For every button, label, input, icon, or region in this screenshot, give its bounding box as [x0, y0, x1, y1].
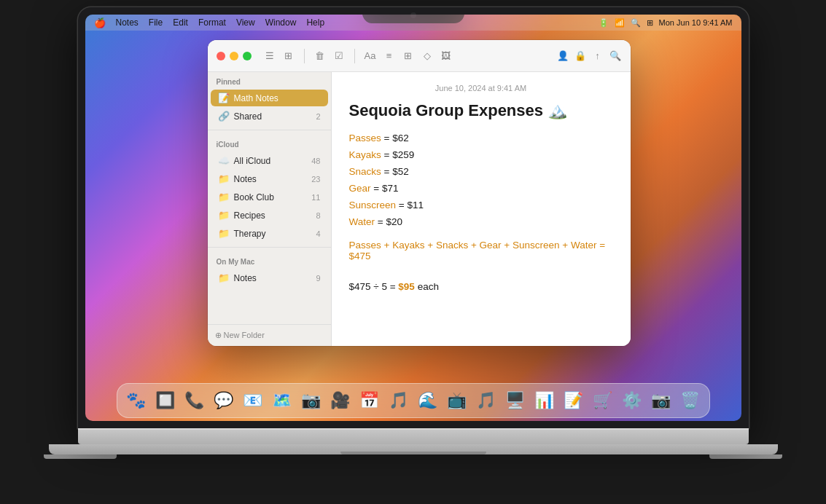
dock-toolbox[interactable]: 🖥️	[502, 387, 529, 414]
dock-phone[interactable]: 📞	[182, 387, 208, 414]
note-title-text: Sequoia Group Expenses 🏔️	[349, 101, 568, 120]
apple-menu[interactable]: 🍎	[94, 17, 106, 28]
sidebar-divider-1	[208, 130, 331, 130]
delete-icon[interactable]: 🗑	[313, 50, 327, 63]
dock-mail[interactable]: 📧	[240, 387, 266, 414]
search-icon[interactable]: 🔍	[609, 50, 622, 63]
menubar-view[interactable]: View	[236, 17, 255, 28]
sidebar-therapy-count: 4	[316, 229, 320, 238]
sidebar-toggle-icon[interactable]: ☰	[263, 50, 276, 63]
eq-plus5: +	[562, 240, 571, 251]
menubar-controlcenter-icon[interactable]: ⊞	[647, 18, 653, 28]
eq-equals: =	[599, 240, 605, 251]
math-notes-icon: 📝	[218, 92, 230, 103]
note-content-area[interactable]: June 10, 2024 at 9:41 AM Sequoia Group E…	[332, 72, 631, 346]
eq-total: $475	[349, 251, 371, 261]
minimize-button[interactable]	[230, 52, 238, 60]
list-icon[interactable]: ≡	[383, 50, 396, 63]
dock-tv[interactable]: 📺	[444, 387, 470, 414]
sidebar-divider-2	[208, 247, 331, 248]
traffic-lights	[217, 52, 252, 60]
all-icloud-icon: ☁️	[218, 155, 230, 166]
eq-kayaks: Kayaks	[392, 240, 424, 251]
fullscreen-button[interactable]	[243, 52, 252, 60]
lock-icon[interactable]: 🔒	[574, 50, 587, 63]
macbook-foot-left	[44, 454, 117, 459]
gear-eq: = $71	[373, 183, 398, 194]
snacks-label: Snacks	[349, 166, 381, 177]
sidebar-item-mac-notes[interactable]: 📁 Notes 9	[211, 269, 328, 286]
sidebar-item-recipes[interactable]: 📁 Recipes 8	[211, 207, 328, 224]
dock-appstore[interactable]: 🛒	[590, 387, 616, 414]
collaborate-icon[interactable]: 👤	[556, 50, 569, 63]
close-button[interactable]	[217, 52, 225, 60]
macbook-feet	[0, 454, 826, 459]
sidebar-notes-label: Notes	[234, 174, 308, 184]
menubar-format[interactable]: Format	[198, 17, 226, 28]
menubar-help[interactable]: Help	[306, 17, 324, 28]
sidebar-all-icloud-count: 48	[311, 157, 320, 165]
sidebar-item-math-notes[interactable]: 📝 Math Notes	[211, 90, 328, 106]
sidebar-shared-count: 2	[316, 112, 320, 121]
table-icon[interactable]: ⊞	[402, 50, 415, 63]
checkbox-icon[interactable]: ☑	[332, 50, 346, 63]
note-body: Passes = $62 Kayaks = $259 Snacks = $52	[349, 130, 613, 231]
text-format-icon[interactable]: Aa	[364, 50, 377, 63]
macbook-shell: 🍎 Notes File Edit Format View Window Hel…	[0, 0, 826, 504]
dock-facetime[interactable]: 🎥	[327, 387, 354, 414]
dock-maps[interactable]: 🗺️	[269, 387, 295, 414]
dock-messages[interactable]: 💬	[211, 387, 237, 414]
grid-view-icon[interactable]: ⊞	[282, 50, 295, 63]
water-label: Water	[349, 216, 375, 227]
toolbar-right: 👤 🔒 ↑ 🔍	[556, 50, 622, 63]
note-equation: Passes + Kayaks + Snacks + Gear + Sunscr…	[349, 240, 613, 261]
menubar-window[interactable]: Window	[265, 17, 297, 28]
eq-plus1: +	[384, 240, 393, 251]
passes-label: Passes	[349, 133, 381, 143]
sidebar-item-book-club[interactable]: 📁 Book Club 11	[211, 189, 328, 205]
dock-music[interactable]: 🎵	[473, 387, 499, 414]
macbook-chin	[78, 428, 749, 444]
sidebar-mac-notes-count: 9	[316, 274, 320, 283]
dock-photos[interactable]: 📷	[298, 387, 324, 414]
dock-freeform[interactable]: 🌊	[415, 387, 441, 414]
dock-camera[interactable]: 📷	[648, 387, 674, 414]
dock-calendar[interactable]: 📅	[356, 387, 383, 414]
result-expression: $475 ÷ 5 =	[349, 281, 399, 292]
result-value: $95	[398, 281, 415, 292]
menubar-search-icon[interactable]: 🔍	[631, 18, 641, 28]
sidebar-mac-notes-label: Notes	[234, 273, 312, 283]
eq-plus3: +	[471, 240, 480, 251]
sidebar-icloud-section: iCloud	[208, 135, 331, 151]
media-icon[interactable]: 🖼	[440, 50, 453, 63]
sidebar-book-club-count: 11	[311, 193, 320, 202]
dock-launchpad[interactable]: 🔲	[152, 387, 179, 414]
dock-podcasts[interactable]: 🎵	[386, 387, 412, 414]
snacks-eq: = $52	[384, 166, 409, 177]
new-folder-button[interactable]: ⊕ New Folder	[215, 331, 324, 340]
dock-numbers[interactable]: 📊	[531, 387, 558, 414]
menubar-app-name[interactable]: Notes	[116, 17, 139, 28]
sidebar-item-therapy[interactable]: 📁 Therapy 4	[211, 225, 328, 242]
sidebar-item-all-icloud[interactable]: ☁️ All iCloud 48	[211, 152, 328, 169]
menubar-file[interactable]: File	[149, 17, 163, 28]
sidebar-item-notes[interactable]: 📁 Notes 23	[211, 170, 328, 187]
water-eq: = $20	[378, 216, 402, 227]
dock-finder[interactable]: 🐾	[123, 387, 149, 414]
menubar-datetime: Mon Jun 10 9:41 AM	[659, 18, 733, 27]
dock-systemprefs[interactable]: ⚙️	[619, 387, 645, 414]
menubar-edit[interactable]: Edit	[173, 17, 188, 28]
sidebar-item-shared[interactable]: 🔗 Shared 2	[211, 108, 328, 125]
note-title: Sequoia Group Expenses 🏔️	[349, 101, 613, 120]
dock-trash[interactable]: 🗑️	[677, 387, 704, 414]
share-icon[interactable]: ↑	[591, 50, 604, 63]
toolbar-separator-1	[304, 49, 305, 63]
menubar: 🍎 Notes File Edit Format View Window Hel…	[85, 15, 741, 31]
sidebar-book-club-label: Book Club	[234, 192, 308, 202]
dock-notes[interactable]: 📝	[561, 387, 587, 414]
note-timestamp: June 10, 2024 at 9:41 AM	[349, 84, 613, 92]
attachment-icon[interactable]: ◇	[421, 50, 434, 63]
sunscreen-eq: = $11	[399, 200, 424, 210]
shared-icon: 🔗	[218, 111, 230, 122]
window-content: Pinned 📝 Math Notes 🔗 Shared 2 iClou	[208, 72, 631, 346]
